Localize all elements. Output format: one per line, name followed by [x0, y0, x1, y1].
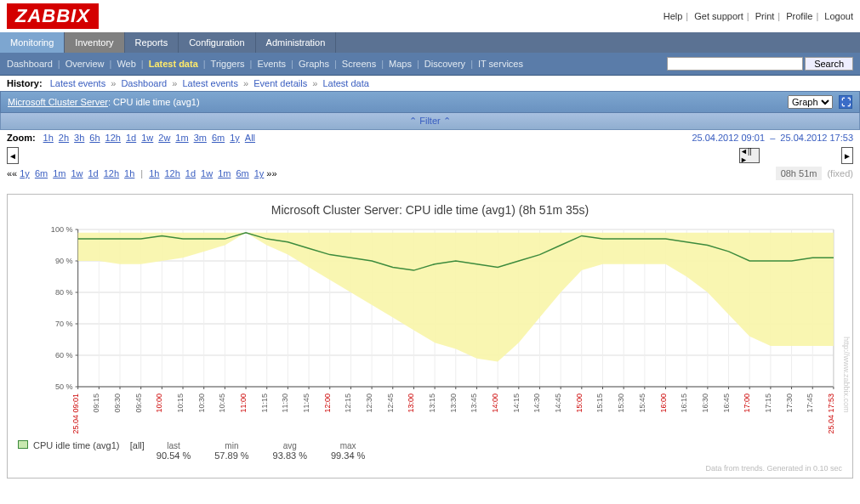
- svg-text:100 %: 100 %: [51, 225, 73, 234]
- subnav-graphs[interactable]: Graphs: [299, 59, 329, 69]
- svg-text:15:00: 15:00: [575, 394, 584, 413]
- zoom-bar: Zoom: 1h 2h 3h 6h 12h 1d 1w 2w 1m 3m 6m …: [0, 130, 860, 145]
- history-item[interactable]: Latest events: [50, 78, 105, 88]
- sub-nav: Dashboard| Overview| Web| Latest data| T…: [0, 53, 860, 76]
- chart-container: Microsoft Cluster Server: CPU idle time …: [7, 194, 853, 479]
- time-slider[interactable]: ◄ ◄||► ►: [7, 147, 853, 164]
- zoom-1d[interactable]: 1d: [126, 133, 136, 143]
- tl-left-12h[interactable]: 12h: [104, 168, 119, 178]
- fixed-label: (fixed): [827, 168, 853, 178]
- zoom-6h[interactable]: 6h: [89, 133, 100, 143]
- logout-link[interactable]: Logout: [824, 11, 853, 21]
- title-host[interactable]: Microsoft Cluster Server: [8, 97, 108, 107]
- zoom-1m[interactable]: 1m: [175, 133, 188, 143]
- tl-right-1h[interactable]: 1h: [149, 168, 159, 178]
- nav-inventory[interactable]: Inventory: [65, 32, 124, 53]
- tl-right-1m[interactable]: 1m: [218, 168, 231, 178]
- zoom-all[interactable]: All: [245, 133, 255, 143]
- history-item[interactable]: Dashboard: [121, 78, 167, 88]
- zoom-to: 25.04.2012 17:53: [780, 133, 853, 143]
- tl-right-12h[interactable]: 12h: [164, 168, 179, 178]
- tl-right-1y[interactable]: 1y: [254, 168, 265, 178]
- zoom-2h[interactable]: 2h: [59, 133, 69, 143]
- stat-min: 57.89 %: [214, 450, 248, 461]
- svg-text:16:45: 16:45: [722, 394, 731, 413]
- zoom-from: 25.04.2012 09:01: [692, 133, 765, 143]
- svg-text:10:00: 10:00: [155, 394, 163, 413]
- subnav-dashboard[interactable]: Dashboard: [7, 59, 53, 69]
- subnav-latest-data[interactable]: Latest data: [149, 59, 198, 69]
- logo: ZABBIX: [7, 3, 99, 29]
- svg-text:60 %: 60 %: [55, 351, 73, 360]
- chart-footer: Data from trends. Generated in 0.10 sec: [18, 464, 842, 473]
- nav-configuration[interactable]: Configuration: [179, 32, 255, 53]
- svg-text:14:15: 14:15: [512, 394, 521, 413]
- profile-link[interactable]: Profile: [786, 11, 812, 21]
- svg-text:13:30: 13:30: [449, 394, 458, 413]
- subnav-triggers[interactable]: Triggers: [211, 59, 245, 69]
- svg-text:12:30: 12:30: [365, 394, 373, 413]
- tl-left-1m[interactable]: 1m: [53, 168, 65, 178]
- tl-left-1h[interactable]: 1h: [124, 168, 134, 178]
- search-input[interactable]: [667, 57, 803, 71]
- zoom-3m[interactable]: 3m: [194, 133, 207, 143]
- filter-collapse-icon: ⌃: [443, 116, 451, 126]
- svg-text:16:15: 16:15: [680, 394, 688, 413]
- fullscreen-button[interactable]: ⛶: [839, 95, 852, 109]
- slider-left-button[interactable]: ◄: [7, 147, 19, 164]
- zoom-label: Zoom:: [7, 133, 36, 143]
- subnav-it-services[interactable]: IT services: [478, 59, 523, 69]
- history-item[interactable]: Latest events: [183, 78, 238, 88]
- nav-administration[interactable]: Administration: [256, 32, 337, 53]
- tl-left-6m[interactable]: 6m: [35, 168, 48, 178]
- subnav-maps[interactable]: Maps: [389, 59, 412, 69]
- zoom-1w[interactable]: 1w: [141, 133, 153, 143]
- svg-text:14:45: 14:45: [554, 394, 562, 413]
- subnav-overview[interactable]: Overview: [65, 59, 105, 69]
- zoom-1h[interactable]: 1h: [43, 133, 54, 143]
- tl-left-1w[interactable]: 1w: [71, 168, 83, 178]
- tl-left-1d[interactable]: 1d: [88, 168, 99, 178]
- filter-collapse-icon: ⌃: [409, 116, 417, 126]
- zoom-12h[interactable]: 12h: [105, 133, 121, 143]
- zoom-1y[interactable]: 1y: [230, 133, 240, 143]
- history-bar: History: Latest events » Dashboard » Lat…: [0, 76, 860, 91]
- main-nav: Monitoring Inventory Reports Configurati…: [0, 32, 860, 53]
- top-links: Help| Get support| Print| Profile| Logou…: [664, 11, 853, 21]
- legend-series-name: CPU idle time (avg1): [33, 440, 119, 450]
- watermark: http://www.zabbix.com: [842, 337, 851, 413]
- svg-text:16:00: 16:00: [658, 394, 667, 413]
- search-button[interactable]: Search: [805, 57, 853, 71]
- title-item: : CPU idle time (avg1): [108, 97, 200, 107]
- support-link[interactable]: Get support: [694, 11, 743, 21]
- help-link[interactable]: Help: [664, 11, 683, 21]
- slider-right-button[interactable]: ►: [841, 147, 853, 164]
- nav-monitoring[interactable]: Monitoring: [0, 32, 65, 53]
- tl-right-1w[interactable]: 1w: [201, 168, 213, 178]
- zoom-6m[interactable]: 6m: [212, 133, 225, 143]
- svg-text:15:15: 15:15: [595, 394, 604, 413]
- history-item[interactable]: Latest data: [322, 78, 368, 88]
- svg-text:10:45: 10:45: [218, 394, 226, 413]
- subnav-screens[interactable]: Screens: [342, 59, 376, 69]
- tl-right-1d[interactable]: 1d: [185, 168, 196, 178]
- duration-label: 08h 51m: [776, 167, 823, 180]
- time-nav-links: «« 1y 6m 1m 1w 1d 12h 1h | 1h 12h 1d 1w …: [0, 166, 860, 184]
- view-select[interactable]: Graph: [788, 95, 833, 109]
- svg-text:12:00: 12:00: [323, 394, 332, 413]
- zoom-3h[interactable]: 3h: [74, 133, 84, 143]
- zoom-2w[interactable]: 2w: [158, 133, 170, 143]
- history-item[interactable]: Event details: [253, 78, 307, 88]
- history-label: History:: [7, 78, 43, 88]
- filter-toggle[interactable]: ⌃ Filter ⌃: [0, 113, 860, 130]
- nav-reports[interactable]: Reports: [125, 32, 179, 53]
- subnav-web[interactable]: Web: [117, 59, 135, 69]
- svg-text:11:00: 11:00: [239, 394, 248, 413]
- subnav-events[interactable]: Events: [257, 59, 286, 69]
- svg-text:90 %: 90 %: [55, 257, 73, 265]
- tl-right-6m[interactable]: 6m: [236, 168, 248, 178]
- print-link[interactable]: Print: [755, 11, 775, 21]
- tl-left-1y[interactable]: 1y: [20, 168, 30, 178]
- slider-handle[interactable]: ◄||►: [739, 148, 760, 163]
- subnav-discovery[interactable]: Discovery: [424, 59, 465, 69]
